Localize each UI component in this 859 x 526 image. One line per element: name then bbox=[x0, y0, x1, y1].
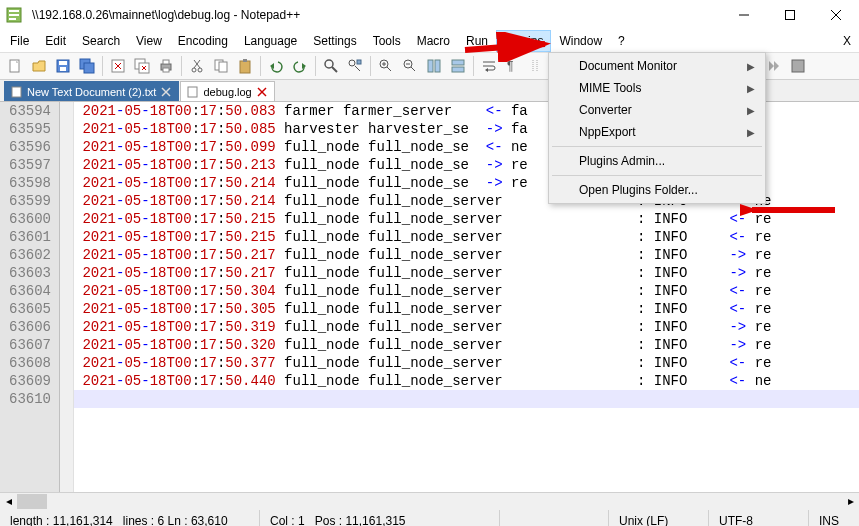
titlebar: \\192.168.0.26\mainnet\log\debug.log - N… bbox=[0, 0, 859, 30]
svg-marker-52 bbox=[485, 68, 488, 72]
menu-document-monitor[interactable]: Document Monitor▶ bbox=[551, 55, 763, 77]
log-line: 2021-05-18T00:17:50.304 full_node full_n… bbox=[74, 282, 859, 300]
svg-rect-48 bbox=[452, 60, 464, 65]
allchars-icon[interactable]: ¶ bbox=[502, 55, 524, 77]
menu-nppexport[interactable]: NppExport▶ bbox=[551, 121, 763, 143]
line-number: 63604 bbox=[0, 282, 51, 300]
menu-language[interactable]: Language bbox=[236, 30, 305, 52]
save-macro-icon[interactable] bbox=[787, 55, 809, 77]
svg-rect-3 bbox=[9, 18, 16, 20]
replace-icon[interactable] bbox=[344, 55, 366, 77]
wordwrap-icon[interactable] bbox=[478, 55, 500, 77]
menu-plugins[interactable]: Plugins bbox=[496, 30, 551, 52]
menu-open-plugins-folder[interactable]: Open Plugins Folder... bbox=[551, 179, 763, 201]
menu-view[interactable]: View bbox=[128, 30, 170, 52]
status-spacer bbox=[500, 510, 609, 526]
tab-new-text-document-2-txt[interactable]: New Text Document (2).txt bbox=[4, 81, 179, 101]
zoom-in-icon[interactable] bbox=[375, 55, 397, 77]
cut-icon[interactable] bbox=[186, 55, 208, 77]
menu-file[interactable]: File bbox=[2, 30, 37, 52]
svg-rect-1 bbox=[9, 10, 19, 12]
svg-rect-24 bbox=[163, 68, 169, 72]
redo-icon[interactable] bbox=[289, 55, 311, 77]
svg-rect-49 bbox=[452, 67, 464, 72]
line-number: 63596 bbox=[0, 138, 51, 156]
svg-line-45 bbox=[411, 67, 415, 71]
statusbar: length : 11,161,314 lines : 6 Ln : 63,61… bbox=[0, 509, 859, 526]
maximize-button[interactable] bbox=[767, 0, 813, 30]
scroll-left-button[interactable]: ◂ bbox=[0, 493, 17, 510]
svg-rect-38 bbox=[357, 60, 361, 64]
tab-close-icon[interactable] bbox=[256, 86, 268, 98]
svg-rect-30 bbox=[219, 62, 227, 72]
svg-rect-32 bbox=[243, 59, 247, 62]
tab-debug-log[interactable]: debug.log bbox=[180, 81, 274, 101]
sync-h-icon[interactable] bbox=[447, 55, 469, 77]
menu-encoding[interactable]: Encoding bbox=[170, 30, 236, 52]
svg-text:¶: ¶ bbox=[507, 59, 513, 73]
plugins-dropdown: Document Monitor▶MIME Tools▶Converter▶Np… bbox=[548, 52, 766, 204]
svg-rect-72 bbox=[12, 87, 21, 97]
line-number: 63608 bbox=[0, 354, 51, 372]
menubar: FileEditSearchViewEncodingLanguageSettin… bbox=[0, 30, 859, 52]
line-number: 63607 bbox=[0, 336, 51, 354]
menu-x[interactable]: X bbox=[835, 30, 859, 52]
menu-macro[interactable]: Macro bbox=[409, 30, 458, 52]
svg-rect-11 bbox=[59, 61, 67, 65]
status-length: length : 11,161,314 lines : 6 Ln : 63,61… bbox=[0, 510, 260, 526]
menu-converter[interactable]: Converter▶ bbox=[551, 99, 763, 121]
close-file-icon[interactable] bbox=[107, 55, 129, 77]
line-number: 63606 bbox=[0, 318, 51, 336]
tab-label: debug.log bbox=[203, 86, 251, 98]
horizontal-scrollbar[interactable]: ◂ ▸ bbox=[0, 492, 859, 509]
close-button[interactable] bbox=[813, 0, 859, 30]
svg-rect-2 bbox=[9, 14, 19, 16]
undo-icon[interactable] bbox=[265, 55, 287, 77]
tab-label: New Text Document (2).txt bbox=[27, 86, 156, 98]
open-file-icon[interactable] bbox=[28, 55, 50, 77]
menu-run[interactable]: Run bbox=[458, 30, 496, 52]
status-eol[interactable]: Unix (LF) bbox=[609, 510, 709, 526]
scroll-thumb[interactable] bbox=[17, 494, 47, 509]
print-icon[interactable] bbox=[155, 55, 177, 77]
menu-window[interactable]: Window bbox=[551, 30, 610, 52]
line-number-gutter: 6359463595635966359763598635996360063601… bbox=[0, 102, 60, 492]
line-number: 63601 bbox=[0, 228, 51, 246]
new-file-icon[interactable] bbox=[4, 55, 26, 77]
minimize-button[interactable] bbox=[721, 0, 767, 30]
svg-rect-31 bbox=[240, 61, 250, 73]
svg-point-35 bbox=[325, 60, 333, 68]
scroll-track[interactable] bbox=[17, 493, 842, 510]
save-all-icon[interactable] bbox=[76, 55, 98, 77]
log-line: 2021-05-18T00:17:50.215 full_node full_n… bbox=[74, 210, 859, 228]
tab-close-icon[interactable] bbox=[160, 86, 172, 98]
app-icon bbox=[6, 7, 22, 23]
title-text: \\192.168.0.26\mainnet\log\debug.log - N… bbox=[28, 8, 721, 22]
log-line: 2021-05-18T00:17:50.217 full_node full_n… bbox=[74, 246, 859, 264]
menu-mime-tools[interactable]: MIME Tools▶ bbox=[551, 77, 763, 99]
sync-v-icon[interactable] bbox=[423, 55, 445, 77]
indent-guide-icon[interactable] bbox=[526, 55, 548, 77]
svg-rect-46 bbox=[428, 60, 433, 72]
save-icon[interactable] bbox=[52, 55, 74, 77]
paste-icon[interactable] bbox=[234, 55, 256, 77]
close-all-icon[interactable] bbox=[131, 55, 153, 77]
status-encoding[interactable]: UTF-8 bbox=[709, 510, 809, 526]
copy-icon[interactable] bbox=[210, 55, 232, 77]
svg-rect-47 bbox=[435, 60, 440, 72]
menu-help[interactable]: ? bbox=[610, 30, 633, 52]
log-line: 2021-05-18T00:17:50.305 full_node full_n… bbox=[74, 300, 859, 318]
menu-settings[interactable]: Settings bbox=[305, 30, 364, 52]
menu-plugins-admin[interactable]: Plugins Admin... bbox=[551, 150, 763, 172]
svg-rect-12 bbox=[60, 67, 66, 71]
play-multi-icon[interactable] bbox=[763, 55, 785, 77]
find-icon[interactable] bbox=[320, 55, 342, 77]
status-ins[interactable]: INS bbox=[809, 510, 859, 526]
file-icon bbox=[11, 86, 23, 98]
menu-search[interactable]: Search bbox=[74, 30, 128, 52]
scroll-right-button[interactable]: ▸ bbox=[842, 493, 859, 510]
line-number: 63599 bbox=[0, 192, 51, 210]
zoom-out-icon[interactable] bbox=[399, 55, 421, 77]
menu-edit[interactable]: Edit bbox=[37, 30, 74, 52]
menu-tools[interactable]: Tools bbox=[365, 30, 409, 52]
